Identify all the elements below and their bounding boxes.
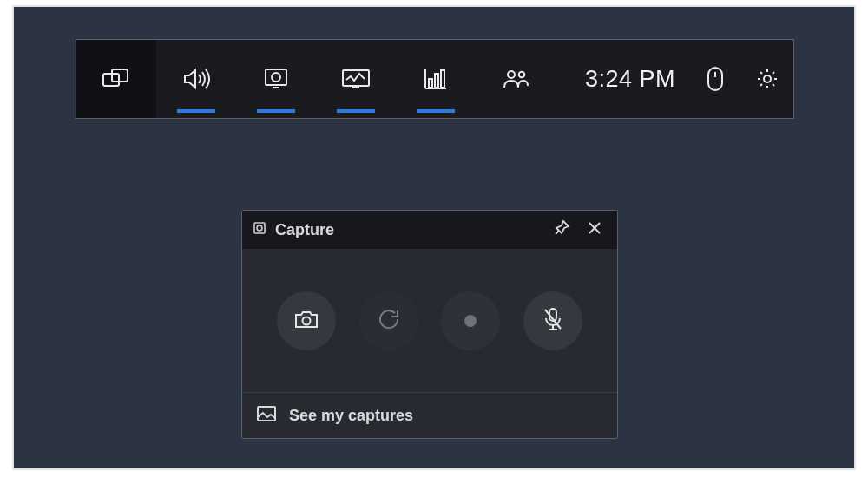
svg-rect-2 xyxy=(266,69,286,85)
svg-point-12 xyxy=(508,71,515,78)
svg-point-3 xyxy=(272,73,280,82)
clock: 3:24 PM xyxy=(576,66,689,93)
svg-rect-9 xyxy=(429,79,432,88)
see-my-captures-label: See my captures xyxy=(289,407,413,425)
capture-widget-body xyxy=(242,249,617,392)
svg-rect-11 xyxy=(441,70,444,88)
svg-point-13 xyxy=(519,72,525,78)
settings-button[interactable] xyxy=(741,40,793,118)
resources-widget-button[interactable] xyxy=(396,40,476,118)
close-button[interactable] xyxy=(582,218,607,242)
game-bar: 3:24 PM xyxy=(76,39,794,119)
xbox-social-button[interactable] xyxy=(476,40,556,118)
record-last-icon xyxy=(376,306,402,336)
mic-toggle-button[interactable] xyxy=(523,291,582,350)
performance-icon xyxy=(341,68,371,90)
svg-rect-14 xyxy=(708,68,722,90)
pin-icon xyxy=(553,219,570,241)
speaker-icon xyxy=(181,67,211,91)
xbox-button[interactable] xyxy=(76,40,156,118)
svg-point-22 xyxy=(303,317,311,324)
svg-rect-17 xyxy=(254,223,265,233)
screenshot-button[interactable] xyxy=(277,291,336,350)
capture-widget-button[interactable] xyxy=(236,40,316,118)
capture-icon xyxy=(263,67,289,91)
game-bar-overlay: 3:24 PM xyxy=(12,5,856,470)
gallery-icon xyxy=(256,405,277,427)
capture-widget-header: Capture xyxy=(242,211,617,249)
svg-point-16 xyxy=(764,75,771,82)
see-my-captures-button[interactable]: See my captures xyxy=(242,392,617,438)
capture-title-icon xyxy=(253,221,266,239)
bar-chart-icon xyxy=(423,67,449,91)
camera-icon xyxy=(293,309,319,333)
svg-rect-10 xyxy=(435,74,438,88)
start-recording-button[interactable] xyxy=(441,291,500,350)
capture-widget: Capture xyxy=(241,210,618,439)
xbox-icon xyxy=(102,67,131,91)
audio-widget-button[interactable] xyxy=(156,40,236,118)
performance-widget-button[interactable] xyxy=(316,40,396,118)
mic-muted-icon xyxy=(542,306,564,336)
mouse-button[interactable] xyxy=(689,40,741,118)
close-icon xyxy=(587,220,602,240)
svg-line-19 xyxy=(556,231,559,234)
record-icon xyxy=(464,315,477,327)
record-last-button xyxy=(359,291,418,350)
gear-icon xyxy=(755,67,779,91)
svg-rect-27 xyxy=(258,407,275,421)
people-icon xyxy=(501,68,530,90)
pin-button[interactable] xyxy=(549,218,574,242)
mouse-icon xyxy=(706,66,725,92)
svg-point-18 xyxy=(257,225,262,231)
capture-widget-title: Capture xyxy=(275,221,334,239)
